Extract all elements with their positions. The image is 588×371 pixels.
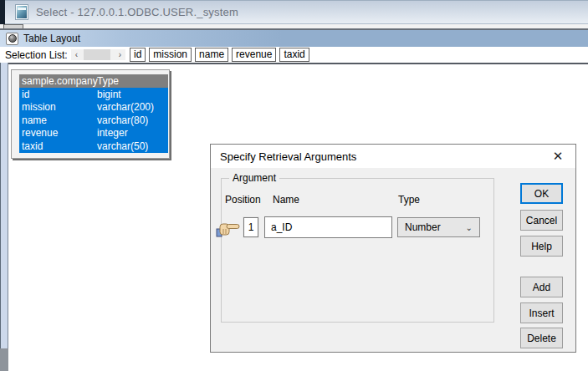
argument-group-label: Argument: [229, 172, 279, 184]
pointing-hand-icon: [215, 216, 242, 238]
insert-button[interactable]: Insert: [520, 302, 563, 323]
window-titlebar: Select - 127.0.0.1.ODBC.USER._system: [5, 0, 588, 24]
window-left-frame-bottom: [0, 348, 8, 371]
table-name: sample.company: [19, 75, 98, 87]
table-panel[interactable]: sample.company Type id bigint mission va…: [11, 69, 170, 159]
argument-type-select[interactable]: Number ⌄: [397, 217, 480, 237]
cancel-button[interactable]: Cancel: [520, 210, 563, 231]
ok-button[interactable]: OK: [520, 183, 563, 204]
field-button-taxid[interactable]: taxid: [279, 48, 309, 62]
field-button-revenue[interactable]: revenue: [232, 48, 276, 62]
column-type: varchar(50): [97, 140, 148, 152]
add-button[interactable]: Add: [520, 277, 563, 297]
view-header-title: Table Layout: [23, 33, 80, 44]
scroll-left-icon[interactable]: ‹: [71, 49, 82, 60]
name-header: Name: [273, 194, 299, 206]
window-icon: [16, 5, 28, 19]
dialog-title: Specify Retrieval Arguments: [220, 150, 356, 163]
field-button-mission[interactable]: mission: [149, 48, 192, 62]
table-columns: id bigint mission varchar(200) name varc…: [19, 88, 168, 153]
dialog-titlebar[interactable]: Specify Retrieval Arguments: [211, 145, 575, 168]
argument-position[interactable]: 1: [243, 217, 258, 237]
column-type: varchar(200): [97, 101, 154, 113]
field-button-name[interactable]: name: [195, 48, 228, 62]
selection-list-label: Selection List:: [5, 49, 68, 61]
column-type: integer: [97, 127, 128, 139]
table-row[interactable]: mission varchar(200): [19, 101, 168, 114]
selection-bottom-rule: [8, 63, 588, 64]
chevron-down-icon: ⌄: [466, 223, 473, 232]
table-row[interactable]: taxid varchar(50): [19, 140, 168, 153]
argument-name-input[interactable]: [264, 216, 392, 238]
field-button-id[interactable]: id: [130, 48, 146, 62]
column-name: revenue: [19, 127, 58, 139]
column-name: name: [19, 114, 47, 126]
type-header: Type: [398, 194, 420, 206]
table-header: sample.company Type: [19, 74, 168, 88]
close-icon[interactable]: ✕: [544, 145, 572, 168]
table-row[interactable]: id bigint: [19, 88, 168, 101]
column-type: varchar(80): [97, 114, 148, 126]
retrieval-arguments-dialog: Specify Retrieval Arguments ✕ Argument P…: [210, 144, 576, 353]
argument-groupbox: Argument: [221, 178, 494, 323]
column-type: bigint: [97, 89, 121, 100]
scroll-right-icon[interactable]: ›: [115, 49, 125, 60]
selection-scrollbar[interactable]: ‹ ›: [71, 49, 125, 60]
scrollbar-thumb[interactable]: [84, 49, 110, 60]
table-type-header: Type: [97, 75, 119, 87]
table-row[interactable]: name varchar(80): [19, 114, 168, 127]
view-header: Table Layout: [0, 30, 588, 47]
window-title: Select - 127.0.0.1.ODBC.USER._system: [36, 6, 238, 18]
selection-field-buttons: id mission name revenue taxid: [130, 48, 309, 62]
table-row[interactable]: revenue integer: [19, 127, 168, 140]
help-button[interactable]: Help: [520, 236, 563, 257]
column-name: id: [19, 89, 29, 100]
column-name: taxid: [19, 140, 43, 152]
delete-button[interactable]: Delete: [520, 328, 563, 348]
position-header: Position: [225, 194, 261, 206]
column-name: mission: [19, 101, 56, 113]
selected-type: Number: [405, 221, 441, 233]
datasource-icon: [6, 33, 18, 45]
